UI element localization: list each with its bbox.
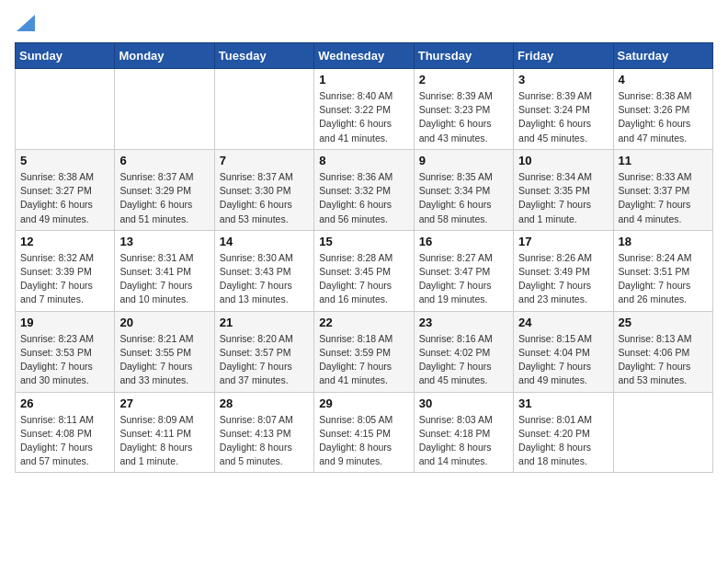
day-of-week-header: Saturday	[613, 43, 712, 69]
day-info: Sunrise: 8:09 AM Sunset: 4:11 PM Dayligh…	[119, 413, 209, 469]
day-number: 25	[619, 316, 708, 329]
day-of-week-header: Tuesday	[214, 43, 313, 69]
day-number: 28	[220, 396, 309, 410]
calendar-week-row: 26Sunrise: 8:11 AM Sunset: 4:08 PM Dayli…	[16, 392, 713, 473]
logo	[15, 15, 35, 33]
calendar-cell: 28Sunrise: 8:07 AM Sunset: 4:13 PM Dayli…	[214, 392, 313, 473]
day-info: Sunrise: 8:21 AM Sunset: 3:55 PM Dayligh…	[119, 332, 209, 388]
calendar-cell: 31Sunrise: 8:01 AM Sunset: 4:20 PM Dayli…	[514, 392, 613, 473]
calendar-cell: 7Sunrise: 8:37 AM Sunset: 3:30 PM Daylig…	[214, 149, 313, 230]
calendar-cell: 17Sunrise: 8:26 AM Sunset: 3:49 PM Dayli…	[514, 230, 613, 311]
calendar-cell: 5Sunrise: 8:38 AM Sunset: 3:27 PM Daylig…	[16, 149, 115, 230]
calendar-cell: 29Sunrise: 8:05 AM Sunset: 4:15 PM Dayli…	[314, 392, 414, 473]
calendar-cell: 26Sunrise: 8:11 AM Sunset: 4:08 PM Dayli…	[16, 392, 115, 473]
calendar-cell	[214, 69, 313, 150]
day-info: Sunrise: 8:28 AM Sunset: 3:45 PM Dayligh…	[319, 251, 408, 307]
calendar-header-row: SundayMondayTuesdayWednesdayThursdayFrid…	[16, 43, 713, 69]
calendar-cell: 18Sunrise: 8:24 AM Sunset: 3:51 PM Dayli…	[613, 230, 712, 311]
day-info: Sunrise: 8:27 AM Sunset: 3:47 PM Dayligh…	[419, 251, 508, 307]
day-info: Sunrise: 8:39 AM Sunset: 3:24 PM Dayligh…	[518, 89, 608, 145]
day-number: 20	[119, 316, 209, 329]
calendar-cell: 9Sunrise: 8:35 AM Sunset: 3:34 PM Daylig…	[414, 149, 513, 230]
day-number: 30	[419, 396, 508, 410]
day-number: 27	[119, 396, 209, 410]
calendar-cell: 11Sunrise: 8:33 AM Sunset: 3:37 PM Dayli…	[613, 149, 712, 230]
day-info: Sunrise: 8:30 AM Sunset: 3:43 PM Dayligh…	[220, 251, 309, 307]
day-info: Sunrise: 8:16 AM Sunset: 4:02 PM Dayligh…	[419, 332, 508, 388]
calendar-cell: 14Sunrise: 8:30 AM Sunset: 3:43 PM Dayli…	[214, 230, 313, 311]
day-of-week-header: Monday	[115, 43, 214, 69]
day-number: 26	[20, 396, 109, 410]
calendar-cell: 8Sunrise: 8:36 AM Sunset: 3:32 PM Daylig…	[314, 149, 414, 230]
day-number: 23	[419, 316, 508, 329]
calendar-cell	[16, 69, 115, 150]
calendar-cell: 10Sunrise: 8:34 AM Sunset: 3:35 PM Dayli…	[514, 149, 613, 230]
day-info: Sunrise: 8:23 AM Sunset: 3:53 PM Dayligh…	[20, 332, 109, 388]
day-info: Sunrise: 8:11 AM Sunset: 4:08 PM Dayligh…	[20, 413, 109, 469]
day-number: 11	[619, 154, 708, 167]
calendar-cell: 19Sunrise: 8:23 AM Sunset: 3:53 PM Dayli…	[16, 311, 115, 392]
day-number: 9	[419, 154, 508, 167]
day-info: Sunrise: 8:37 AM Sunset: 3:29 PM Dayligh…	[119, 170, 209, 226]
calendar-cell: 4Sunrise: 8:38 AM Sunset: 3:26 PM Daylig…	[613, 69, 712, 150]
calendar-cell: 15Sunrise: 8:28 AM Sunset: 3:45 PM Dayli…	[314, 230, 414, 311]
day-number: 29	[319, 396, 408, 410]
day-info: Sunrise: 8:20 AM Sunset: 3:57 PM Dayligh…	[220, 332, 309, 388]
calendar-cell: 23Sunrise: 8:16 AM Sunset: 4:02 PM Dayli…	[414, 311, 513, 392]
day-number: 4	[619, 73, 708, 86]
day-info: Sunrise: 8:37 AM Sunset: 3:30 PM Dayligh…	[220, 170, 309, 226]
day-of-week-header: Thursday	[414, 43, 513, 69]
day-info: Sunrise: 8:31 AM Sunset: 3:41 PM Dayligh…	[119, 251, 209, 307]
day-number: 14	[220, 235, 309, 248]
day-info: Sunrise: 8:18 AM Sunset: 3:59 PM Dayligh…	[319, 332, 408, 388]
day-number: 19	[20, 316, 109, 329]
day-number: 16	[419, 235, 508, 248]
day-info: Sunrise: 8:39 AM Sunset: 3:23 PM Dayligh…	[419, 89, 508, 145]
calendar-cell: 27Sunrise: 8:09 AM Sunset: 4:11 PM Dayli…	[115, 392, 214, 473]
day-info: Sunrise: 8:01 AM Sunset: 4:20 PM Dayligh…	[518, 413, 608, 469]
day-number: 24	[518, 316, 608, 329]
day-info: Sunrise: 8:24 AM Sunset: 3:51 PM Dayligh…	[619, 251, 708, 307]
day-number: 15	[319, 235, 408, 248]
calendar-cell	[115, 69, 214, 150]
day-number: 31	[518, 396, 608, 410]
day-number: 2	[419, 73, 508, 86]
day-number: 10	[518, 154, 608, 167]
day-number: 7	[220, 154, 309, 167]
day-info: Sunrise: 8:26 AM Sunset: 3:49 PM Dayligh…	[518, 251, 608, 307]
calendar-cell: 6Sunrise: 8:37 AM Sunset: 3:29 PM Daylig…	[115, 149, 214, 230]
day-number: 3	[518, 73, 608, 86]
calendar-cell: 3Sunrise: 8:39 AM Sunset: 3:24 PM Daylig…	[514, 69, 613, 150]
day-info: Sunrise: 8:38 AM Sunset: 3:26 PM Dayligh…	[619, 89, 708, 145]
day-info: Sunrise: 8:40 AM Sunset: 3:22 PM Dayligh…	[319, 89, 408, 145]
svg-marker-0	[17, 15, 35, 31]
day-number: 17	[518, 235, 608, 248]
day-number: 5	[20, 154, 109, 167]
calendar-week-row: 5Sunrise: 8:38 AM Sunset: 3:27 PM Daylig…	[16, 149, 713, 230]
calendar-cell: 24Sunrise: 8:15 AM Sunset: 4:04 PM Dayli…	[514, 311, 613, 392]
logo-triangle-icon	[17, 15, 35, 31]
day-number: 8	[319, 154, 408, 167]
day-of-week-header: Friday	[514, 43, 613, 69]
day-info: Sunrise: 8:15 AM Sunset: 4:04 PM Dayligh…	[518, 332, 608, 388]
day-info: Sunrise: 8:34 AM Sunset: 3:35 PM Dayligh…	[518, 170, 608, 226]
calendar-cell: 21Sunrise: 8:20 AM Sunset: 3:57 PM Dayli…	[214, 311, 313, 392]
day-number: 1	[319, 73, 408, 86]
calendar-cell: 25Sunrise: 8:13 AM Sunset: 4:06 PM Dayli…	[613, 311, 712, 392]
calendar-body: 1Sunrise: 8:40 AM Sunset: 3:22 PM Daylig…	[16, 69, 713, 473]
day-info: Sunrise: 8:36 AM Sunset: 3:32 PM Dayligh…	[319, 170, 408, 226]
day-info: Sunrise: 8:38 AM Sunset: 3:27 PM Dayligh…	[20, 170, 109, 226]
day-number: 12	[20, 235, 109, 248]
calendar-cell: 20Sunrise: 8:21 AM Sunset: 3:55 PM Dayli…	[115, 311, 214, 392]
calendar-cell: 2Sunrise: 8:39 AM Sunset: 3:23 PM Daylig…	[414, 69, 513, 150]
calendar-cell: 16Sunrise: 8:27 AM Sunset: 3:47 PM Dayli…	[414, 230, 513, 311]
day-info: Sunrise: 8:13 AM Sunset: 4:06 PM Dayligh…	[619, 332, 708, 388]
day-info: Sunrise: 8:05 AM Sunset: 4:15 PM Dayligh…	[319, 413, 408, 469]
day-info: Sunrise: 8:32 AM Sunset: 3:39 PM Dayligh…	[20, 251, 109, 307]
day-info: Sunrise: 8:03 AM Sunset: 4:18 PM Dayligh…	[419, 413, 508, 469]
day-number: 6	[119, 154, 209, 167]
calendar-cell	[613, 392, 712, 473]
calendar-cell: 1Sunrise: 8:40 AM Sunset: 3:22 PM Daylig…	[314, 69, 414, 150]
day-info: Sunrise: 8:35 AM Sunset: 3:34 PM Dayligh…	[419, 170, 508, 226]
calendar-cell: 12Sunrise: 8:32 AM Sunset: 3:39 PM Dayli…	[16, 230, 115, 311]
